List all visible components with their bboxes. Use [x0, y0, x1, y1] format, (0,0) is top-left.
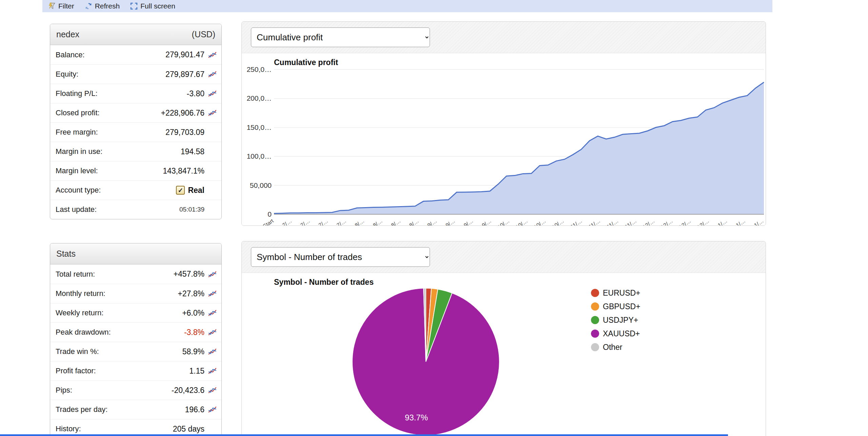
account-rows: Balance:279,901.47Equity:279,897.67Float… [50, 45, 221, 219]
row-label: History: [56, 424, 81, 433]
legend-label: EURUSD+ [603, 289, 640, 298]
right-column: Cumulative profit 050,000100,0…150,0…200… [241, 21, 766, 436]
svg-text:9/…: 9/… [427, 218, 438, 225]
fullscreen-label: Full screen [140, 2, 175, 10]
mini-chart-icon[interactable] [207, 366, 218, 375]
filter-button[interactable]: Filter [48, 2, 74, 10]
mini-chart-icon[interactable] [207, 347, 218, 356]
svg-text:12/…: 12/… [696, 218, 710, 225]
svg-text:12/…: 12/… [678, 218, 692, 225]
legend-item[interactable]: Other [591, 342, 640, 352]
table-row: Margin in use:194.58 [50, 142, 221, 161]
legend-item[interactable]: GBPUSD+ [591, 301, 640, 312]
svg-text:12/…: 12/… [660, 218, 674, 225]
refresh-button[interactable]: Refresh [84, 2, 120, 10]
legend-item[interactable]: XAUUSD+ [591, 329, 640, 339]
legend-item[interactable]: EURUSD+ [591, 288, 640, 298]
fullscreen-button[interactable]: Full screen [130, 2, 175, 10]
row-value: 196.6 [185, 405, 204, 414]
row-value: 58.9% [182, 347, 204, 356]
row-value: +6.0% [182, 309, 204, 318]
table-row: Margin level:143,847.1% [50, 161, 221, 180]
svg-text:10/…: 10/… [533, 218, 547, 225]
row-label: Margin in use: [56, 147, 102, 156]
svg-text:11/…: 11/… [624, 218, 637, 225]
svg-text:11/…: 11/… [606, 218, 619, 225]
table-row: Profit factor:1.15 [50, 361, 221, 380]
row-value: -3.80 [187, 89, 204, 98]
table-row: Equity:279,897.67 [50, 64, 221, 84]
profit-metric-select[interactable]: Cumulative profit [251, 27, 430, 47]
row-label: Margin level: [56, 166, 98, 175]
icon-spacer [207, 166, 218, 175]
pie-data-label: 93.7% [394, 413, 438, 422]
row-value: 194.58 [181, 147, 204, 156]
mini-chart-icon[interactable] [207, 328, 218, 337]
legend-color-dot [591, 302, 599, 311]
account-currency: (USD) [192, 29, 215, 39]
fullscreen-icon [130, 2, 138, 10]
mini-chart-icon[interactable] [207, 309, 218, 317]
svg-text:0: 0 [268, 210, 272, 218]
account-panel: nedex (USD) Balance:279,901.47Equity:279… [50, 24, 222, 219]
icon-spacer [207, 147, 218, 156]
stats-panel: Stats Total return:+457.8%Monthly return… [50, 243, 222, 436]
dashboard: Filter Refresh Full screen [0, 0, 868, 436]
table-row: Account type:✓Real [50, 180, 221, 200]
legend-label: USDJPY+ [603, 316, 638, 325]
svg-text:1/…: 1/… [753, 218, 765, 225]
row-label: Closed profit: [56, 108, 100, 117]
icon-spacer [207, 424, 218, 433]
svg-text:7/…: 7/… [299, 218, 311, 225]
svg-text:9/…: 9/… [445, 218, 456, 225]
row-value: 1.15 [189, 366, 204, 376]
legend-color-dot [591, 316, 599, 324]
svg-text:9/…: 9/… [481, 218, 492, 225]
svg-text:7/…: 7/… [336, 218, 347, 225]
mini-chart-icon[interactable] [207, 270, 218, 279]
trades-metric-select[interactable]: Symbol - Number of trades [251, 247, 430, 267]
pie-legend: EURUSD+GBPUSD+USDJPY+XAUUSD+Other [591, 288, 640, 352]
mini-chart-icon[interactable] [207, 51, 218, 59]
table-row: Peak drawdown:-3.8% [50, 322, 221, 342]
mini-chart-icon[interactable] [207, 108, 218, 117]
trades-pie-chart: Symbol - Number of trades 93.7% EURUSD+G… [242, 273, 766, 436]
row-value: +27.8% [178, 289, 204, 298]
legend-item[interactable]: USDJPY+ [591, 315, 640, 325]
refresh-icon [84, 2, 93, 10]
row-label: Balance: [56, 51, 85, 59]
table-row: Pips:-20,423.6 [50, 380, 221, 400]
cumulative-profit-plot: 050,000100,0…150,0…200,0…250,0…Start7/…7… [242, 53, 766, 225]
icon-spacer [207, 186, 218, 195]
row-label: Account type: [56, 186, 101, 195]
svg-text:11/…: 11/… [569, 218, 583, 225]
cumulative-profit-chart: 050,000100,0…150,0…200,0…250,0…Start7/…7… [242, 53, 766, 225]
mini-chart-icon[interactable] [207, 289, 218, 298]
mini-chart-icon[interactable] [207, 70, 218, 79]
legend-color-dot [591, 289, 599, 297]
mini-chart-icon[interactable] [207, 89, 218, 98]
row-label: Peak drawdown: [56, 328, 111, 337]
row-label: Total return: [56, 270, 95, 279]
icon-spacer [207, 128, 218, 137]
row-value: -20,423.6 [172, 386, 204, 395]
svg-text:8/…: 8/… [354, 218, 366, 225]
trades-by-symbol-panel: Symbol - Number of trades Symbol - Numbe… [241, 241, 766, 436]
mini-chart-icon[interactable] [207, 405, 218, 414]
refresh-label: Refresh [95, 2, 120, 10]
legend-label: GBPUSD+ [603, 302, 640, 311]
row-value: -3.8% [184, 328, 204, 337]
svg-text:1/…: 1/… [717, 218, 728, 225]
row-value: 05:01:39 [179, 206, 204, 213]
svg-text:10/…: 10/… [496, 218, 510, 225]
table-row: Trade win %:58.9% [50, 342, 221, 361]
svg-text:100,0…: 100,0… [246, 152, 272, 160]
row-label: Pips: [56, 386, 72, 395]
real-checkbox-icon: ✓ [176, 186, 185, 195]
mini-chart-icon[interactable] [207, 386, 218, 395]
row-label: Profit factor: [56, 366, 96, 375]
svg-text:7/…: 7/… [281, 218, 293, 225]
stats-panel-header: Stats [50, 243, 221, 264]
row-label: Trades per day: [56, 405, 107, 414]
svg-text:9/…: 9/… [463, 218, 474, 225]
